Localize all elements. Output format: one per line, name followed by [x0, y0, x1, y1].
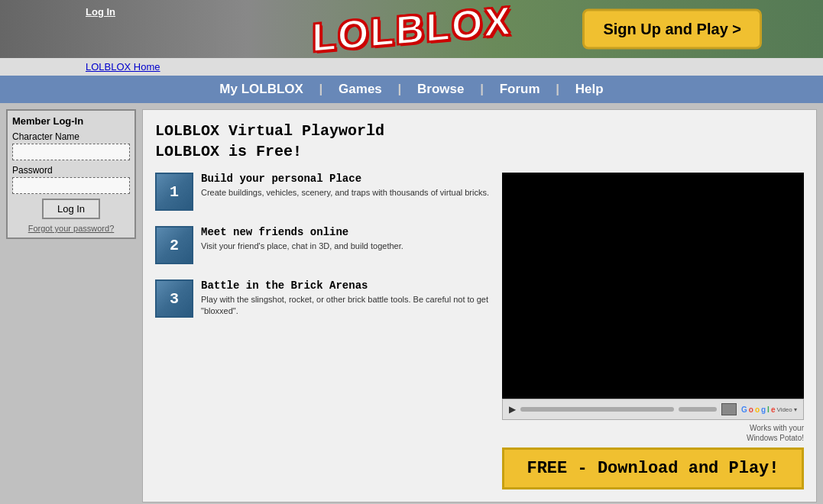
feature-icon-1: 1	[155, 173, 193, 211]
brick-icon-1: 1	[155, 173, 193, 211]
nav-games[interactable]: Games	[339, 82, 382, 96]
navigation: My LOLBLOX | Games | Browse | Forum | He…	[0, 76, 823, 103]
feature-heading-3: Battle in the Brick Arenas	[201, 279, 490, 292]
video-player[interactable]	[502, 173, 804, 399]
feature-heading-2: Meet new friends online	[201, 226, 403, 238]
nav-sep-3: |	[480, 82, 484, 96]
feature-text-3: Battle in the Brick Arenas Play with the…	[201, 279, 490, 318]
play-button[interactable]: ▶	[509, 404, 516, 415]
log-in-link[interactable]: Log In	[86, 6, 115, 18]
feature-text-1: Build your personal Place Create buildin…	[201, 173, 489, 199]
forgot-password-link[interactable]: Forgot your password?	[12, 224, 130, 233]
username-input[interactable]	[12, 144, 130, 160]
feature-item-1: 1 Build your personal Place Create build…	[155, 173, 490, 211]
resize-button[interactable]	[721, 403, 737, 415]
member-login-title: Member Log-In	[12, 115, 130, 127]
username-label: Character Name	[12, 131, 130, 142]
nav-sep-4: |	[556, 82, 559, 96]
video-area: ▶ G o o g l e Video ▾ Works with	[502, 173, 804, 489]
password-label: Password	[12, 165, 130, 176]
feature-item-3: 3 Battle in the Brick Arenas Play with t…	[155, 279, 490, 318]
nav-sep-2: |	[398, 82, 402, 96]
home-link[interactable]: LOLBLOX Home	[0, 58, 823, 76]
feature-desc-1: Create buildings, vehicles, scenery, and…	[201, 187, 489, 199]
sidebar: Member Log-In Character Name Password Lo…	[6, 109, 136, 502]
progress-slider[interactable]	[520, 407, 674, 412]
nav-help[interactable]: Help	[575, 82, 604, 96]
brick-icon-3: 3	[155, 279, 193, 318]
feature-item-2: 2 Meet new friends online Visit your fri…	[155, 226, 490, 264]
features-list: 1 Build your personal Place Create build…	[155, 173, 490, 489]
logo: LOLBLOX	[311, 6, 511, 52]
main-title: LOLBLOX Virtual Playworld	[155, 122, 804, 140]
header: Log In LOLBLOX Sign Up and Play >	[0, 0, 823, 58]
main-panel: LOLBLOX Virtual Playworld LOLBLOX is Fre…	[142, 109, 817, 502]
feature-desc-3: Play with the slingshot, rocket, or othe…	[201, 294, 490, 318]
google-video-badge: G o o g l e Video ▾	[741, 405, 797, 414]
nav-sep-1: |	[319, 82, 323, 96]
feature-desc-2: Visit your friend's place, chat in 3D, a…	[201, 241, 403, 252]
nav-my-lolblox[interactable]: My LOLBLOX	[219, 82, 303, 96]
windows-potato-text: Works with yourWindows Potato!	[502, 423, 804, 443]
volume-slider[interactable]	[679, 407, 717, 412]
feature-heading-1: Build your personal Place	[201, 173, 489, 185]
features-video-area: 1 Build your personal Place Create build…	[155, 173, 804, 489]
nav-forum[interactable]: Forum	[500, 82, 540, 96]
password-input[interactable]	[12, 177, 130, 194]
login-button[interactable]: Log In	[42, 199, 100, 219]
logo-area: LOLBLOX	[311, 6, 511, 52]
download-button[interactable]: FREE - Download and Play!	[502, 447, 804, 489]
content-wrapper: Member Log-In Character Name Password Lo…	[0, 103, 823, 504]
feature-icon-2: 2	[155, 226, 193, 264]
main-subtitle: LOLBLOX is Free!	[155, 143, 804, 160]
brick-icon-2: 2	[155, 226, 193, 264]
signup-button[interactable]: Sign Up and Play >	[582, 9, 762, 50]
feature-text-2: Meet new friends online Visit your frien…	[201, 226, 403, 252]
nav-browse[interactable]: Browse	[417, 82, 464, 96]
member-login-box: Member Log-In Character Name Password Lo…	[6, 109, 136, 239]
feature-icon-3: 3	[155, 279, 193, 318]
video-controls: ▶ G o o g l e Video ▾	[502, 399, 804, 420]
